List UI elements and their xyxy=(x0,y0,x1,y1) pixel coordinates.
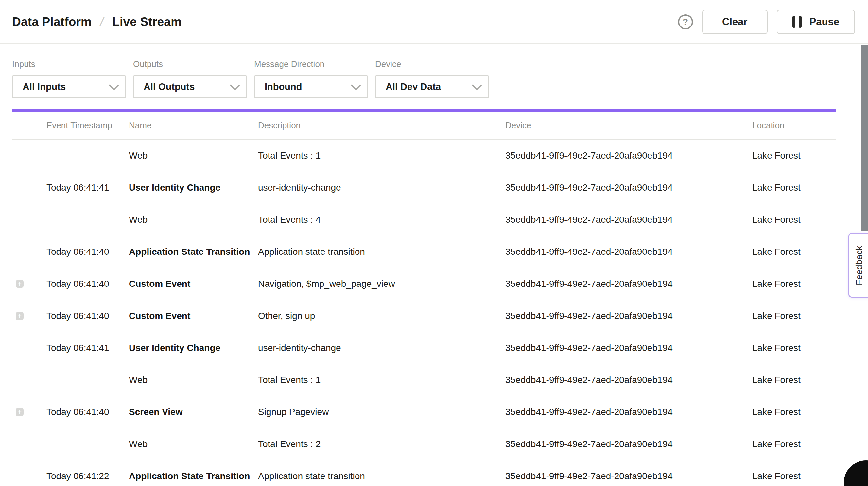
cell-description: Total Events : 1 xyxy=(258,150,505,161)
message-direction-select-value: Inbound xyxy=(265,82,302,92)
cell-device: 35eddb41-9ff9-49e2-7aed-20afa90eb194 xyxy=(505,439,752,449)
clear-button[interactable]: Clear xyxy=(702,10,768,34)
cell-description: user-identity-change xyxy=(258,343,505,353)
cell-device: 35eddb41-9ff9-49e2-7aed-20afa90eb194 xyxy=(505,279,752,289)
cell-timestamp: Today 06:41:40 xyxy=(46,247,129,257)
topbar-actions: ? Clear Pause xyxy=(678,10,855,34)
cell-description: Total Events : 4 xyxy=(258,215,505,225)
cell-name: Web xyxy=(129,439,258,449)
chevron-down-icon xyxy=(472,80,482,90)
filter-message-direction: Message Direction Inbound xyxy=(254,59,368,98)
col-description: Description xyxy=(258,120,505,130)
live-stream-progress-bar xyxy=(12,109,836,112)
event-row[interactable]: +Today 06:41:40Custom EventOther, sign u… xyxy=(12,300,836,332)
pause-button-label: Pause xyxy=(809,16,839,28)
cell-name: Application State Transition xyxy=(129,471,258,481)
breadcrumb-data-platform[interactable]: Data Platform xyxy=(12,15,92,29)
feedback-tab[interactable]: Feedback xyxy=(848,233,868,298)
cell-timestamp: Today 06:41:41 xyxy=(46,343,129,353)
event-row[interactable]: Today 06:41:40Application State Transiti… xyxy=(12,236,836,268)
clear-button-label: Clear xyxy=(722,16,748,28)
event-row[interactable]: WebTotal Events : 135eddb41-9ff9-49e2-7a… xyxy=(12,140,836,172)
filter-outputs-label: Outputs xyxy=(133,59,247,69)
breadcrumb-separator: / xyxy=(98,14,105,29)
col-name: Name xyxy=(129,120,258,130)
event-row[interactable]: WebTotal Events : 135eddb41-9ff9-49e2-7a… xyxy=(12,364,836,396)
vertical-scrollbar-thumb[interactable] xyxy=(861,45,868,231)
cell-device: 35eddb41-9ff9-49e2-7aed-20afa90eb194 xyxy=(505,150,752,161)
pause-button[interactable]: Pause xyxy=(777,10,855,34)
event-table-body: WebTotal Events : 135eddb41-9ff9-49e2-7a… xyxy=(12,140,836,486)
chevron-down-icon xyxy=(230,80,240,90)
inputs-select[interactable]: All Inputs xyxy=(12,75,126,98)
expand-cell: + xyxy=(12,312,46,320)
device-select-value: All Dev Data xyxy=(385,82,441,92)
cell-timestamp: Today 06:41:41 xyxy=(46,182,129,193)
cell-device: 35eddb41-9ff9-49e2-7aed-20afa90eb194 xyxy=(505,182,752,193)
cell-description: Total Events : 1 xyxy=(258,375,505,385)
cell-location: Lake Forest xyxy=(752,247,836,257)
cell-device: 35eddb41-9ff9-49e2-7aed-20afa90eb194 xyxy=(505,375,752,385)
cell-description: user-identity-change xyxy=(258,182,505,193)
cell-timestamp: Today 06:41:40 xyxy=(46,279,129,289)
event-row[interactable]: +Today 06:41:40Custom EventNavigation, $… xyxy=(12,268,836,300)
cell-description: Total Events : 2 xyxy=(258,439,505,449)
col-location: Location xyxy=(752,120,836,130)
filter-outputs: Outputs All Outputs xyxy=(133,59,247,98)
top-bar: Data Platform / Live Stream ? Clear Paus… xyxy=(0,0,868,44)
cell-device: 35eddb41-9ff9-49e2-7aed-20afa90eb194 xyxy=(505,311,752,321)
cell-description: Application state transition xyxy=(258,471,505,481)
breadcrumb: Data Platform / Live Stream xyxy=(12,14,182,29)
event-row[interactable]: WebTotal Events : 235eddb41-9ff9-49e2-7a… xyxy=(12,428,836,460)
help-icon[interactable]: ? xyxy=(678,14,693,29)
cell-device: 35eddb41-9ff9-49e2-7aed-20afa90eb194 xyxy=(505,471,752,481)
cell-description: Signup Pageview xyxy=(258,407,505,417)
cell-location: Lake Forest xyxy=(752,471,836,481)
cell-timestamp: Today 06:41:22 xyxy=(46,471,129,481)
inputs-select-value: All Inputs xyxy=(23,82,66,92)
cell-device: 35eddb41-9ff9-49e2-7aed-20afa90eb194 xyxy=(505,407,752,417)
cell-location: Lake Forest xyxy=(752,439,836,449)
outputs-select[interactable]: All Outputs xyxy=(133,75,247,98)
event-row[interactable]: Today 06:41:22Application State Transiti… xyxy=(12,460,836,486)
filter-device-label: Device xyxy=(375,59,489,69)
cell-location: Lake Forest xyxy=(752,343,836,353)
chat-bubble-icon[interactable] xyxy=(844,460,868,486)
cell-device: 35eddb41-9ff9-49e2-7aed-20afa90eb194 xyxy=(505,247,752,257)
event-row[interactable]: +Today 06:41:40Screen ViewSignup Pagevie… xyxy=(12,396,836,428)
expand-plus-icon[interactable]: + xyxy=(16,280,24,288)
expand-cell: + xyxy=(12,408,46,416)
cell-description: Application state transition xyxy=(258,247,505,257)
cell-location: Lake Forest xyxy=(752,150,836,161)
cell-name: User Identity Change xyxy=(129,343,258,353)
expand-plus-icon[interactable]: + xyxy=(16,312,24,320)
cell-description: Other, sign up xyxy=(258,311,505,321)
chevron-down-icon xyxy=(351,80,361,90)
feedback-tab-label: Feedback xyxy=(854,246,864,285)
event-row[interactable]: WebTotal Events : 435eddb41-9ff9-49e2-7a… xyxy=(12,204,836,236)
event-row[interactable]: Today 06:41:41User Identity Changeuser-i… xyxy=(12,332,836,364)
col-device: Device xyxy=(505,120,752,130)
cell-location: Lake Forest xyxy=(752,215,836,225)
event-table-header: Event Timestamp Name Description Device … xyxy=(12,112,836,140)
cell-name: Screen View xyxy=(129,407,258,417)
filter-message-direction-label: Message Direction xyxy=(254,59,368,69)
outputs-select-value: All Outputs xyxy=(144,82,195,92)
breadcrumb-live-stream: Live Stream xyxy=(112,15,182,29)
cell-timestamp: Today 06:41:40 xyxy=(46,407,129,417)
cell-location: Lake Forest xyxy=(752,182,836,193)
cell-name: User Identity Change xyxy=(129,182,258,193)
cell-name: Web xyxy=(129,375,258,385)
cell-description: Navigation, $mp_web_page_view xyxy=(258,279,505,289)
event-row[interactable]: Today 06:41:41User Identity Changeuser-i… xyxy=(12,172,836,204)
message-direction-select[interactable]: Inbound xyxy=(254,75,368,98)
event-table: Event Timestamp Name Description Device … xyxy=(12,112,836,486)
cell-location: Lake Forest xyxy=(752,375,836,385)
device-select[interactable]: All Dev Data xyxy=(375,75,489,98)
expand-plus-icon[interactable]: + xyxy=(16,408,24,416)
expand-cell: + xyxy=(12,280,46,288)
cell-location: Lake Forest xyxy=(752,311,836,321)
col-event-timestamp: Event Timestamp xyxy=(46,120,129,130)
filter-inputs-label: Inputs xyxy=(12,59,126,69)
chevron-down-icon xyxy=(109,80,119,90)
